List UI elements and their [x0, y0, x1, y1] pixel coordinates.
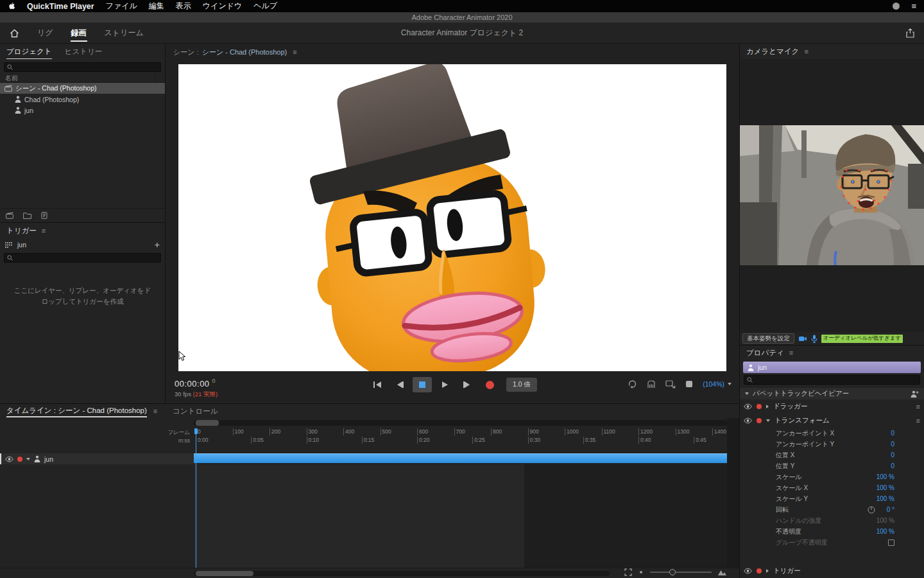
share-icon[interactable] [905, 28, 915, 38]
camera-mic-title[interactable]: カメラとマイク [746, 47, 799, 57]
scene-stage[interactable] [178, 64, 726, 371]
record-button[interactable] [480, 377, 499, 392]
tab-project[interactable]: プロジェクト [6, 44, 52, 60]
behavior-menu-icon[interactable]: ≡ [916, 403, 920, 410]
next-frame-button[interactable] [458, 377, 477, 392]
track-header-jun[interactable]: jun [0, 453, 194, 464]
scene-breadcrumb-name[interactable]: シーン - Chad (Photoshop) [202, 48, 287, 57]
loop-icon[interactable] [628, 380, 637, 389]
timeline-overview-scrollbar[interactable] [194, 420, 727, 426]
playback-speed-button[interactable]: 1.0 倍 [506, 378, 537, 392]
add-trigger-button[interactable]: + [155, 240, 160, 249]
property-value[interactable]: 0 [891, 451, 894, 459]
name-column-header[interactable]: 名前 [0, 74, 165, 83]
live-output-icon[interactable] [665, 380, 676, 389]
delete-item-icon[interactable] [41, 212, 47, 219]
stop-button[interactable] [413, 377, 432, 392]
timeline-tab[interactable]: タイムライン : シーン - Chad (Photoshop) [6, 406, 147, 417]
property-value[interactable]: 0 [891, 441, 894, 448]
record-arm-dot[interactable] [757, 404, 762, 409]
trigger-search-input[interactable] [15, 254, 158, 261]
play-button[interactable] [435, 377, 454, 392]
playhead[interactable] [196, 428, 196, 568]
new-scene-icon[interactable] [6, 212, 13, 219]
menubar-item[interactable]: ヘルプ [253, 1, 277, 12]
properties-search[interactable] [744, 375, 920, 385]
rotation-dial-icon[interactable] [868, 506, 875, 514]
properties-title[interactable]: プロパティ [746, 348, 784, 358]
track-take-bar[interactable] [194, 453, 727, 463]
timeline-ruler[interactable]: 0100200300400500600700800900100011001200… [194, 428, 727, 446]
eye-icon[interactable] [744, 417, 752, 424]
menubar-list-icon[interactable]: ≡ [911, 2, 916, 10]
stage-zoom-select[interactable]: (104%) [703, 380, 732, 388]
workspace-tab[interactable]: ストリーム [96, 23, 153, 44]
apple-menu-icon[interactable] [8, 2, 15, 10]
menubar-item[interactable]: ウインドウ [203, 1, 242, 12]
panel-menu-icon[interactable]: ≡ [153, 408, 157, 415]
property-value[interactable]: 0 [891, 430, 894, 437]
tab-history[interactable]: ヒストリー [65, 44, 103, 60]
trigger-search[interactable] [4, 253, 161, 263]
property-value[interactable]: 100 % [877, 484, 894, 491]
menubar-app-name[interactable]: QuickTime Player [27, 2, 94, 11]
panel-menu-icon[interactable]: ≡ [804, 48, 808, 55]
chevron-down-icon[interactable] [766, 419, 770, 422]
microphone-icon[interactable] [811, 335, 817, 343]
behaviors-section-header[interactable]: パペットトラックビヘイビアー [740, 388, 924, 399]
property-value[interactable]: 100 % [877, 517, 894, 524]
panel-menu-icon[interactable]: ≡ [293, 49, 296, 56]
group-opacity-checkbox[interactable] [888, 539, 894, 546]
chevron-right-icon[interactable] [766, 569, 769, 573]
menubar-item[interactable]: 表示 [176, 1, 191, 12]
previous-frame-button[interactable] [390, 377, 409, 392]
go-to-start-button[interactable] [368, 377, 387, 392]
menubar-item[interactable]: 編集 [149, 1, 164, 12]
render-quality-icon[interactable] [685, 380, 693, 388]
menubar-item[interactable]: ファイル [106, 1, 137, 12]
panel-menu-icon[interactable]: ≡ [789, 349, 793, 356]
behavior-row-dragger[interactable]: ドラッガー ≡ [740, 399, 924, 414]
trigger-panel-title[interactable]: トリガー [6, 226, 37, 236]
timeline-zoom-handle[interactable] [669, 569, 676, 575]
timeline-zoom-slider[interactable] [650, 572, 712, 573]
project-search-input[interactable] [15, 64, 158, 71]
snapshot-icon[interactable] [647, 380, 656, 389]
property-value[interactable]: 100 % [877, 473, 894, 480]
property-value[interactable]: 0 ° [887, 506, 894, 513]
record-arm-dot[interactable] [757, 418, 762, 423]
chevron-down-icon[interactable] [26, 458, 30, 460]
new-folder-icon[interactable] [23, 213, 31, 219]
trigger-set-row[interactable]: jun + [0, 238, 165, 251]
set-rest-pose-button[interactable]: 基本姿勢を設定 [742, 333, 794, 344]
eye-icon[interactable] [744, 403, 752, 410]
playhead-handle[interactable] [194, 428, 198, 434]
project-search[interactable] [4, 62, 161, 72]
camera-icon[interactable] [798, 335, 807, 342]
property-value[interactable]: 0 [891, 462, 894, 469]
screen-record-indicator-icon[interactable] [893, 3, 900, 10]
project-item[interactable]: シーン - Chad (Photoshop) [0, 83, 165, 94]
eye-icon[interactable] [744, 568, 752, 574]
panel-menu-icon[interactable]: ≡ [42, 227, 46, 234]
timeline-horizontal-scrollbar[interactable] [194, 571, 610, 576]
behavior-menu-icon[interactable]: ≡ [916, 417, 920, 425]
project-item[interactable]: jun [0, 105, 165, 116]
behavior-row-trigger[interactable]: トリガー [740, 564, 924, 578]
record-arm-dot[interactable] [757, 568, 762, 574]
controls-tab[interactable]: コントロール [173, 407, 218, 416]
selected-puppet-row[interactable]: jun [743, 362, 921, 373]
timeline-work-area[interactable] [194, 464, 524, 568]
chevron-right-icon[interactable] [766, 405, 769, 408]
record-arm-dot[interactable] [17, 457, 22, 462]
properties-search-input[interactable] [755, 376, 917, 383]
zoom-in-mountain-icon[interactable] [718, 569, 726, 575]
property-value[interactable]: 100 % [877, 495, 894, 502]
workspace-tab[interactable]: 録画 [62, 23, 96, 44]
behavior-row-transform[interactable]: トランスフォーム ≡ [740, 414, 924, 428]
project-item[interactable]: Chad (Photoshop) [0, 94, 165, 105]
property-value[interactable]: 100 % [877, 528, 894, 535]
add-behavior-icon[interactable] [911, 390, 919, 398]
zoom-out-icon[interactable] [638, 570, 644, 575]
workspace-tab[interactable]: リグ [28, 23, 62, 44]
